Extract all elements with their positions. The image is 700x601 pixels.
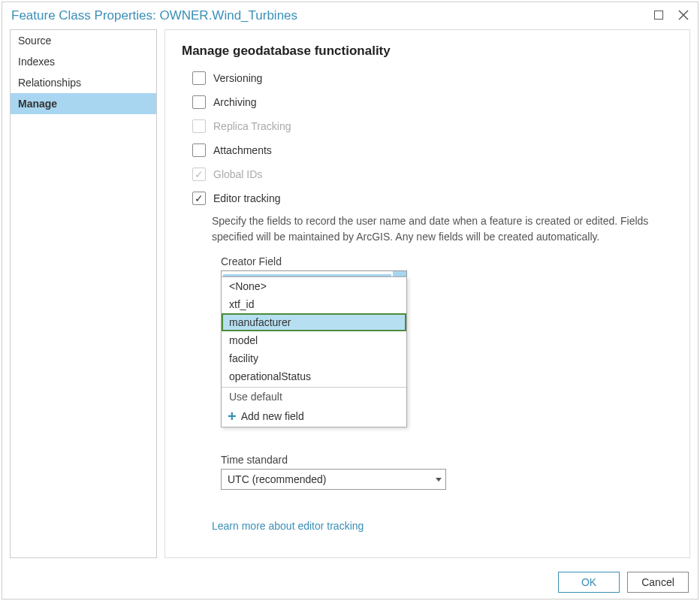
time-standard-select[interactable]: UTC (recommended) — [221, 469, 446, 490]
globalids-label: Global IDs — [213, 168, 262, 180]
section-title: Manage geodatabase functionality — [182, 44, 673, 59]
versioning-checkbox[interactable] — [192, 71, 206, 85]
main-panel: Manage geodatabase functionality Version… — [164, 29, 690, 558]
archiving-checkbox[interactable] — [192, 95, 206, 109]
add-new-field-label: Add new field — [241, 410, 304, 422]
dropdown-option-model[interactable]: model — [222, 331, 406, 349]
versioning-label: Versioning — [213, 72, 262, 84]
archiving-label: Archiving — [213, 96, 257, 108]
time-standard-label: Time standard — [221, 454, 673, 466]
dropdown-option-operationalstatus[interactable]: operationalStatus — [222, 367, 406, 385]
sidebar-item-source[interactable]: Source — [11, 30, 156, 51]
dropdown-option-facility[interactable]: facility — [222, 349, 406, 367]
sidebar: Source Indexes Relationships Manage — [10, 29, 157, 558]
creator-field-label: Creator Field — [221, 255, 673, 267]
dropdown-option-none[interactable]: <None> — [222, 277, 406, 295]
plus-icon: + — [228, 409, 237, 424]
editor-tracking-checkbox[interactable] — [192, 192, 206, 205]
dialog-window: Feature Class Properties: OWNER.Wind_Tur… — [2, 2, 698, 599]
sidebar-item-indexes[interactable]: Indexes — [11, 51, 156, 72]
dropdown-option-xtfid[interactable]: xtf_id — [222, 295, 406, 313]
dropdown-option-manufacturer[interactable]: manufacturer — [222, 313, 406, 331]
restore-icon[interactable] — [654, 10, 663, 22]
editor-tracking-description: Specify the fields to record the user na… — [212, 213, 673, 245]
window-title: Feature Class Properties: OWNER.Wind_Tur… — [11, 8, 654, 23]
attachments-checkbox[interactable] — [192, 143, 206, 157]
replica-label: Replica Tracking — [213, 120, 291, 132]
dropdown-use-default[interactable]: Use default — [222, 388, 406, 406]
attachments-label: Attachments — [213, 144, 272, 156]
sidebar-item-relationships[interactable]: Relationships — [11, 72, 156, 93]
replica-checkbox — [192, 119, 206, 133]
ok-button[interactable]: OK — [558, 572, 620, 593]
cancel-button[interactable]: Cancel — [627, 572, 689, 593]
dropdown-add-new-field[interactable]: + Add new field — [222, 406, 406, 427]
learn-more-link[interactable]: Learn more about editor tracking — [212, 520, 364, 532]
creator-field-dropdown: <None> xtf_id manufacturer model facilit… — [221, 276, 407, 427]
globalids-checkbox — [192, 168, 206, 181]
editor-tracking-label: Editor tracking — [213, 192, 280, 204]
titlebar: Feature Class Properties: OWNER.Wind_Tur… — [2, 2, 698, 29]
sidebar-item-manage[interactable]: Manage — [11, 93, 156, 114]
chevron-down-icon[interactable] — [432, 478, 445, 482]
dialog-footer: OK Cancel — [2, 566, 698, 599]
time-standard-value: UTC (recommended) — [222, 473, 432, 485]
close-icon[interactable] — [678, 10, 689, 23]
